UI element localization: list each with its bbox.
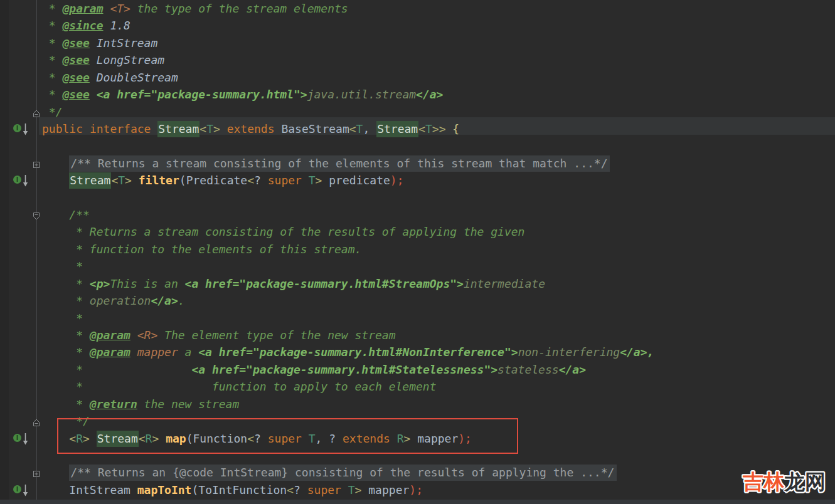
- code-token-hl: Stream: [157, 121, 199, 137]
- code-token-doc: *: [42, 2, 63, 15]
- code-token-doctag: @param: [90, 328, 130, 342]
- code-token-docref: LongStream: [97, 53, 164, 66]
- code-token-plain: [130, 483, 137, 496]
- code-token-plain: Predicate: [186, 174, 248, 187]
- implemented-method-icon[interactable]: I: [13, 485, 21, 493]
- code-token-bracket: <: [418, 122, 425, 135]
- ide-window: { "theme": { "editor_background": "#2B2B…: [0, 0, 835, 504]
- code-token-plain: [322, 174, 329, 187]
- code-token-docval: <R>: [137, 328, 158, 342]
- code-token-docmarkup: <p>: [90, 277, 110, 290]
- fold-marker-region-end-icon[interactable]: [32, 105, 41, 114]
- code-line: /**: [0, 206, 835, 223]
- code-token-docmarkup: </a>: [416, 88, 443, 101]
- code-line: I Stream<T> filter(Predicate<? super T> …: [0, 172, 835, 189]
- code-token-docmarkup: </a>: [559, 363, 586, 376]
- code-token-doc: This is an: [110, 277, 184, 290]
- code-token-doc: *: [42, 88, 63, 101]
- code-token-docmarkup: </a>,: [620, 345, 654, 359]
- code-token-bracket: >: [316, 174, 322, 187]
- code-token-bracket: >>: [432, 122, 446, 135]
- code-token-plain: IntStream: [69, 483, 130, 496]
- code-token-doclink: stateless: [497, 363, 559, 376]
- code-token-docref: 1.8: [110, 19, 130, 32]
- gutter-implemented-icon[interactable]: I: [13, 122, 32, 137]
- code-token-doc: *: [42, 277, 90, 290]
- code-token-doc: [130, 345, 137, 359]
- code-token-tparam: T: [425, 122, 432, 135]
- fold-marker-collapsed-box-icon[interactable]: [32, 157, 41, 165]
- code-token-hl: Stream: [376, 121, 418, 137]
- code-line: * @since 1.8: [0, 17, 835, 34]
- code-token-doc: */: [42, 105, 63, 118]
- gutter-implemented-icon[interactable]: I: [13, 174, 32, 189]
- code-token-doc: *: [42, 71, 63, 84]
- code-line: * @see <a href="package-summary.html">ja…: [0, 86, 835, 103]
- code-token-doctag: @param: [90, 345, 130, 359]
- code-token-docval: <T>: [110, 2, 130, 15]
- code-token-folded: /** Returns an {@code IntStream} consist…: [69, 465, 617, 481]
- code-token-plain: (: [191, 483, 198, 496]
- fold-marker-region-start-icon[interactable]: [32, 208, 41, 217]
- fold-marker-region-end-icon[interactable]: [32, 414, 41, 423]
- code-token-plain: ,: [363, 122, 376, 135]
- code-line: * @return the new stream: [0, 396, 835, 412]
- code-line: */: [0, 103, 835, 120]
- code-token-doc: [90, 71, 97, 84]
- code-token-doctag: @see: [63, 36, 90, 50]
- code-token-doctag: @param: [63, 2, 104, 15]
- code-token-doc: *: [42, 397, 90, 411]
- code-token-doctag: @return: [90, 397, 137, 411]
- code-line: * Returns a stream consisting of the res…: [0, 223, 835, 240]
- gutter-implemented-icon[interactable]: I: [13, 483, 32, 498]
- code-token-doc: the new stream: [137, 397, 240, 411]
- code-token-doc: * function to apply to each element: [42, 380, 437, 393]
- fold-marker-collapsed-box-icon[interactable]: [32, 466, 41, 475]
- code-token-docref: DoubleStream: [97, 71, 178, 84]
- gutter-implemented-icon[interactable]: I: [13, 432, 32, 447]
- code-line: I IntStream mapToInt(ToIntFunction<? sup…: [0, 481, 835, 498]
- highlight-rectangle: [57, 418, 518, 454]
- down-arrow-icon: [22, 432, 29, 446]
- code-token-plain: ToIntFunction: [198, 483, 287, 496]
- code-token-plain: predicate: [329, 174, 390, 187]
- code-token-plain: BaseStream: [281, 122, 349, 135]
- code-line: * @see DoubleStream: [0, 69, 835, 86]
- code-token-bracket: >: [355, 483, 362, 496]
- code-line: [0, 189, 835, 206]
- code-token-kw: interface: [90, 122, 151, 135]
- implemented-method-icon[interactable]: I: [13, 176, 21, 184]
- code-token-doc: *: [42, 53, 63, 66]
- code-token-doctag: @see: [63, 71, 90, 84]
- code-line: * @see LongStream: [0, 51, 835, 68]
- code-token-method: filter: [139, 174, 179, 187]
- code-token-brace: {: [446, 122, 460, 135]
- code-token-bracket: >: [213, 122, 220, 135]
- code-token-doc: *: [42, 260, 83, 273]
- code-token-kw: public: [42, 122, 83, 135]
- code-token-tparam: T: [118, 174, 125, 187]
- code-line: * <a href="package-summary.html#Stateles…: [0, 361, 835, 378]
- code-line: * @param <T> the type of the stream elem…: [0, 0, 835, 17]
- code-token-doctag: @since: [63, 19, 104, 32]
- code-token-doc: [90, 53, 97, 66]
- code-token-plain: [42, 466, 69, 479]
- implemented-method-icon[interactable]: I: [13, 434, 21, 442]
- code-token-plain: [220, 122, 227, 135]
- code-token-docmarkup: </a>: [151, 294, 178, 307]
- code-token-plain: [42, 483, 69, 496]
- code-token-doc: *: [42, 19, 63, 32]
- code-token-folded: /** Returns a stream consisting of the e…: [69, 155, 610, 172]
- code-token-docmarkup: <a href="package-summary.html#Statelessn…: [191, 363, 497, 376]
- code-line: * @see IntStream: [0, 34, 835, 51]
- code-token-doclink: operation: [90, 294, 151, 307]
- code-token-endp: );: [409, 483, 423, 496]
- code-token-docval: mapper: [137, 345, 178, 359]
- code-token-kw: super: [268, 174, 302, 187]
- code-editor[interactable]: * @param <T> the type of the stream elem…: [0, 0, 835, 504]
- implemented-method-icon[interactable]: I: [13, 124, 21, 132]
- code-token-doc: *: [42, 345, 90, 359]
- code-token-docref: IntStream: [97, 36, 158, 50]
- code-line: *: [0, 310, 835, 327]
- code-token-doc: .: [178, 294, 185, 307]
